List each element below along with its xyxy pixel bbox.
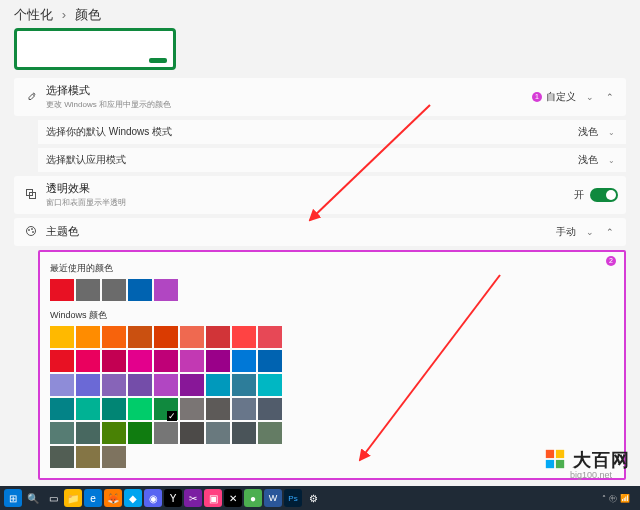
chevron-up-icon[interactable]: ⌃ xyxy=(602,92,618,102)
color-swatch[interactable] xyxy=(258,326,282,348)
color-swatch[interactable] xyxy=(206,326,230,348)
capcut-icon[interactable]: ✕ xyxy=(224,489,242,507)
chevron-up-icon[interactable]: ⌃ xyxy=(602,227,618,237)
start-button[interactable]: ⊞ xyxy=(4,489,22,507)
chevron-down-icon[interactable]: ⌄ xyxy=(604,128,618,137)
color-swatch[interactable] xyxy=(76,350,100,372)
brush-icon xyxy=(22,90,40,105)
color-swatch[interactable] xyxy=(128,374,152,396)
color-swatch[interactable] xyxy=(206,398,230,420)
transparency-toggle[interactable] xyxy=(590,188,618,202)
row-win-mode[interactable]: 选择你的默认 Windows 模式 浅色 ⌄ xyxy=(38,120,626,144)
chevron-down-icon[interactable]: ⌄ xyxy=(604,156,618,165)
color-swatch[interactable] xyxy=(76,422,100,444)
color-swatch[interactable] xyxy=(180,422,204,444)
color-swatch[interactable] xyxy=(128,350,152,372)
svg-rect-10 xyxy=(546,460,554,468)
color-swatch[interactable] xyxy=(232,374,256,396)
app-icon[interactable]: ▣ xyxy=(204,489,222,507)
color-swatch[interactable] xyxy=(180,350,204,372)
color-swatch[interactable] xyxy=(128,326,152,348)
color-swatch[interactable] xyxy=(102,279,126,301)
color-swatch[interactable] xyxy=(154,422,178,444)
color-swatch[interactable] xyxy=(154,279,178,301)
color-swatch[interactable] xyxy=(258,422,282,444)
color-swatch[interactable] xyxy=(76,374,100,396)
color-swatch[interactable] xyxy=(102,398,126,420)
breadcrumb-sep: › xyxy=(62,7,66,22)
color-swatch[interactable] xyxy=(258,350,282,372)
color-swatch[interactable] xyxy=(232,398,256,420)
color-swatch[interactable] xyxy=(50,446,74,468)
explorer-icon[interactable]: 📁 xyxy=(64,489,82,507)
chevron-down-icon[interactable]: ⌄ xyxy=(582,92,598,102)
task-view-icon[interactable]: ▭ xyxy=(44,489,62,507)
row-accent[interactable]: 主题色 手动 ⌄ ⌃ xyxy=(14,218,626,246)
svg-point-4 xyxy=(32,228,33,229)
color-swatch[interactable] xyxy=(50,326,74,348)
edge-icon[interactable]: e xyxy=(84,489,102,507)
recent-colors-title: 最近使用的颜色 xyxy=(50,262,614,275)
color-swatch[interactable] xyxy=(102,350,126,372)
system-tray[interactable]: ˄ ㊥ 📶 xyxy=(602,493,636,504)
breadcrumb-root[interactable]: 个性化 xyxy=(14,7,53,22)
discord-icon[interactable]: ◉ xyxy=(144,489,162,507)
app-icon[interactable]: ◆ xyxy=(124,489,142,507)
color-swatch[interactable] xyxy=(154,326,178,348)
accent-title: 主题色 xyxy=(46,225,556,239)
app-icon[interactable]: ● xyxy=(244,489,262,507)
color-swatch[interactable] xyxy=(258,374,282,396)
word-icon[interactable]: W xyxy=(264,489,282,507)
color-swatch[interactable] xyxy=(102,422,126,444)
color-swatch[interactable] xyxy=(180,374,204,396)
color-swatch[interactable] xyxy=(102,446,126,468)
color-swatch[interactable] xyxy=(180,326,204,348)
color-swatch[interactable] xyxy=(50,374,74,396)
color-swatch[interactable] xyxy=(50,398,74,420)
app-icon[interactable]: ✂ xyxy=(184,489,202,507)
svg-point-2 xyxy=(27,226,36,235)
color-swatch[interactable] xyxy=(76,446,100,468)
tray-network-icon[interactable]: 📶 xyxy=(620,494,630,503)
firefox-icon[interactable]: 🦊 xyxy=(104,489,122,507)
color-swatch[interactable] xyxy=(154,398,178,420)
watermark: 大百网 big100.net xyxy=(544,448,630,480)
color-swatch[interactable] xyxy=(102,374,126,396)
color-swatch[interactable] xyxy=(232,422,256,444)
chevron-down-icon[interactable]: ⌄ xyxy=(582,227,598,237)
color-swatch[interactable] xyxy=(154,350,178,372)
color-swatch[interactable] xyxy=(206,350,230,372)
photoshop-icon[interactable]: Ps xyxy=(284,489,302,507)
color-swatch[interactable] xyxy=(180,398,204,420)
row-app-mode[interactable]: 选择默认应用模式 浅色 ⌄ xyxy=(38,148,626,172)
color-swatch[interactable] xyxy=(206,422,230,444)
color-swatch[interactable] xyxy=(76,398,100,420)
color-swatch[interactable] xyxy=(76,279,100,301)
watermark-logo-icon xyxy=(544,448,566,472)
color-swatch[interactable] xyxy=(50,350,74,372)
color-swatch[interactable] xyxy=(76,326,100,348)
app-icon[interactable]: Y xyxy=(164,489,182,507)
tray-chevron-icon[interactable]: ˄ xyxy=(602,494,606,503)
color-swatch[interactable] xyxy=(206,374,230,396)
settings-icon[interactable]: ⚙ xyxy=(304,489,322,507)
taskbar[interactable]: ⊞ 🔍 ▭ 📁 e 🦊 ◆ ◉ Y ✂ ▣ ✕ ● W Ps ⚙ ˄ ㊥ 📶 xyxy=(0,486,640,510)
color-swatch[interactable] xyxy=(128,398,152,420)
color-swatch[interactable] xyxy=(102,326,126,348)
color-swatch[interactable] xyxy=(232,350,256,372)
win-mode-label: 选择你的默认 Windows 模式 xyxy=(46,125,578,139)
color-swatch[interactable] xyxy=(50,422,74,444)
color-swatch[interactable] xyxy=(128,422,152,444)
transparency-subtitle: 窗口和表面显示半透明 xyxy=(46,197,574,208)
preview-accent xyxy=(149,58,167,63)
row-transparency[interactable]: 透明效果 窗口和表面显示半透明 开 xyxy=(14,176,626,214)
color-swatch[interactable] xyxy=(50,279,74,301)
color-swatch[interactable] xyxy=(232,326,256,348)
row-mode[interactable]: 选择模式 更改 Windows 和应用中显示的颜色 1 自定义 ⌄ ⌃ xyxy=(14,78,626,116)
tray-ime-icon[interactable]: ㊥ xyxy=(609,493,617,504)
color-swatch[interactable] xyxy=(154,374,178,396)
search-icon[interactable]: 🔍 xyxy=(24,489,42,507)
color-swatch[interactable] xyxy=(258,398,282,420)
color-swatch[interactable] xyxy=(128,279,152,301)
svg-rect-9 xyxy=(556,450,564,458)
